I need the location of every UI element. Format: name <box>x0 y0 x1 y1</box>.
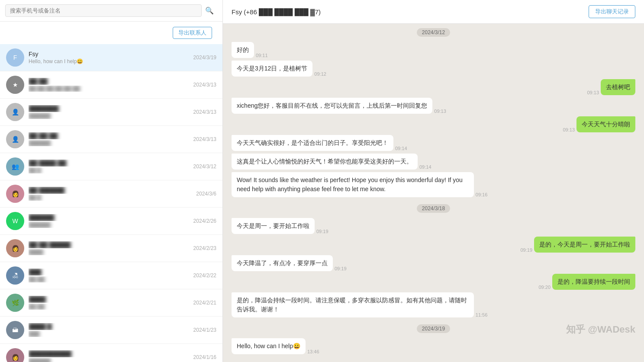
contact-preview: ██████ <box>29 222 190 228</box>
export-chat-button[interactable]: 导出聊天记录 <box>589 5 635 18</box>
message-bubble: 今天天气十分晴朗 <box>576 116 635 132</box>
contact-preview: ██ ██ ██ ██ ██ ██ <box>29 86 190 92</box>
message-row: xicheng您好，客服目前不在线，您可以先留言，上线后第一时间回复您09:13 <box>232 98 635 114</box>
avatar: 🌿 <box>6 294 24 312</box>
contact-info: ████ ████ <box>29 323 190 337</box>
contact-item[interactable]: 👤█████████████2024/3/13 <box>0 99 222 126</box>
avatar: 👤 <box>6 103 24 121</box>
contact-item[interactable]: FFsyHello, how can I help😀2024/3/19 <box>0 44 222 71</box>
contact-item[interactable]: 👤██ ██ ████████2024/3/13 <box>0 126 222 153</box>
contact-item[interactable]: 👩██ ██ █████████2024/2/23 <box>0 235 222 262</box>
contact-info: FsyHello, how can I help😀 <box>29 51 190 64</box>
message-bubble: 是的，今天是周一，要开始工作啦 <box>534 237 635 253</box>
message-time: 13:46 <box>307 349 319 354</box>
avatar: 🏔 <box>6 321 24 339</box>
contact-date: 2024/3/12 <box>193 163 216 170</box>
search-button[interactable]: 🔍 <box>202 5 217 16</box>
contact-preview: ██ ██ <box>29 276 190 282</box>
date-divider: 2024/3/19 <box>232 324 635 332</box>
message-time: 09:19 <box>316 229 328 234</box>
search-bar: 🔍 <box>0 0 222 22</box>
message-bubble: 今天是3月12日，是植树节 <box>232 61 312 77</box>
message-row: 是的，降温会持续一段时间。请注意保暖，多穿衣服以防感冒。如有其他问题，请随时告诉… <box>232 292 635 317</box>
contact-preview: ██ █ <box>29 167 190 173</box>
contact-item[interactable]: ★██ ████ ██ ██ ██ ██ ██2024/3/13 <box>0 71 222 99</box>
message-row: Hello, how can I help😀13:46 <box>232 338 635 354</box>
contact-info: ████████████ <box>29 214 190 228</box>
contact-preview: ███ <box>29 331 190 337</box>
avatar: ★ <box>6 76 24 94</box>
contact-preview: ████ <box>29 249 190 255</box>
message-time: 09:14 <box>419 164 431 170</box>
contact-date: 2024/1/16 <box>193 354 216 360</box>
contact-preview: ██ ██ <box>29 304 190 310</box>
contact-item[interactable]: 👩████████████████2024/1/16 <box>0 344 222 362</box>
message-time: 09:14 <box>395 146 407 151</box>
contact-name: ██████████ <box>29 350 190 357</box>
message-row: 今天降温了，有点冷，要穿厚一点09:19 <box>232 255 635 271</box>
contact-name: ██ ██ █████ <box>29 241 190 248</box>
avatar: 👤 <box>6 130 24 148</box>
contact-info: ██ ██ ████████ <box>29 132 190 146</box>
message-bubble: 好的 <box>232 42 254 58</box>
contact-date: 2024/1/23 <box>193 327 216 333</box>
contact-name: ███ <box>29 269 190 276</box>
contact-date: 2024/2/22 <box>193 272 216 279</box>
contact-item[interactable]: 👥██ ████ ████ █2024/3/12 <box>0 153 222 180</box>
message-row: 09:13今天天气十分晴朗 <box>232 116 635 132</box>
date-divider: 2024/3/12 <box>232 28 635 36</box>
message-time: 09:19 <box>520 247 532 253</box>
message-time: 11:56 <box>476 312 488 317</box>
contact-list: FFsyHello, how can I help😀2024/3/19★██ █… <box>0 44 222 362</box>
contact-info: ██ ████████ █ <box>29 187 193 201</box>
chat-header: Fsy (+86 ███ ████ ███ ▓7) 导出聊天记录 <box>223 0 644 24</box>
message-time: 09:19 <box>335 266 347 271</box>
message-time: 09:16 <box>476 192 488 197</box>
message-bubble: 今天降温了，有点冷，要穿厚一点 <box>232 255 333 271</box>
message-row: 好的09:11 <box>232 42 635 58</box>
contact-item[interactable]: 🌿██████ ██2024/2/21 <box>0 289 222 317</box>
contact-info: ██ ████ ████ █ <box>29 160 190 173</box>
contact-info: █████████████ <box>29 105 190 119</box>
contact-info: █████ ██ <box>29 269 190 282</box>
message-row: Wow! It sounds like the weather is perfe… <box>232 172 635 197</box>
avatar: 👩 <box>6 348 24 362</box>
message-row: 今天是周一，要开始工作啦09:19 <box>232 218 635 234</box>
contact-date: 2024/3/13 <box>193 136 216 142</box>
contact-name: Fsy <box>29 51 190 58</box>
contact-item[interactable]: W████████████2024/2/26 <box>0 208 222 235</box>
contact-name: ██ ████ ██ <box>29 160 190 167</box>
message-row: 今天天气确实很好，是个适合出门的日子。享受阳光吧！09:14 <box>232 135 635 151</box>
contact-name: ████ <box>29 296 190 303</box>
contact-name: ██ ██ ██ <box>29 132 190 139</box>
message-bubble: 是的，降温要持续一段时间 <box>552 274 635 290</box>
avatar: W <box>6 212 24 230</box>
export-contacts-button[interactable]: 导出联系人 <box>173 27 212 39</box>
message-bubble: Wow! It sounds like the weather is perfe… <box>232 172 474 197</box>
contact-date: 2024/2/23 <box>193 245 216 251</box>
avatar: 👥 <box>6 157 24 176</box>
avatar: F <box>6 48 24 67</box>
contact-name: ██ ██████ <box>29 187 193 194</box>
contact-date: 2024/3/13 <box>193 82 216 88</box>
sidebar: 🔍 导出联系人 FFsyHello, how can I help😀2024/3… <box>0 0 223 362</box>
contact-date: 2024/2/21 <box>193 300 216 306</box>
contact-name: ██████ <box>29 214 190 221</box>
message-bubble: 去植树吧 <box>601 79 635 95</box>
contact-item[interactable]: 👩██ ████████ █2024/3/6 <box>0 180 222 208</box>
contact-item[interactable]: 🏖█████ ██2024/2/22 <box>0 262 222 289</box>
messages-container: 2024/1/916:56看到了我的消息就回复我吧16:56我手动人工养养号16… <box>223 24 644 362</box>
contact-date: 2024/3/6 <box>196 191 216 197</box>
message-time: 09:13 <box>434 109 446 114</box>
contact-item[interactable]: 🏔████ ████2024/1/23 <box>0 317 222 344</box>
contact-preview: ██ █ <box>29 195 193 201</box>
message-bubble: xicheng您好，客服目前不在线，您可以先留言，上线后第一时间回复您 <box>232 98 432 114</box>
avatar: 👩 <box>6 239 24 257</box>
search-input[interactable] <box>5 4 202 17</box>
contact-name: ████ █ <box>29 323 190 330</box>
message-row: 今天是3月12日，是植树节09:12 <box>232 61 635 77</box>
contact-info: ██ ██ █████████ <box>29 241 190 255</box>
contact-info: ██ ████ ██ ██ ██ ██ ██ <box>29 78 190 92</box>
message-bubble: 这真是个让人心情愉悦的好天气！希望你也能享受这美好的一天。 <box>232 154 418 170</box>
message-time: 09:12 <box>314 71 326 77</box>
